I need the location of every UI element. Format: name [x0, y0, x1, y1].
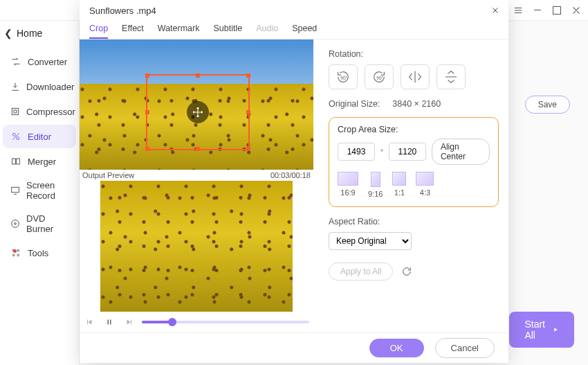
- aspect-ratio-label: Aspect Ratio:: [329, 217, 499, 226]
- output-preview-label: Output Preview: [82, 171, 134, 179]
- tools-icon: [10, 247, 22, 259]
- cancel-button[interactable]: Cancel: [435, 338, 495, 358]
- sidebar-item-dvd-burner[interactable]: DVD Burner: [3, 208, 76, 240]
- svg-rect-12: [87, 320, 88, 325]
- compressor-icon: [10, 105, 21, 118]
- ratio-thumb-icon: [338, 172, 358, 186]
- sidebar-item-tools[interactable]: Tools: [3, 241, 76, 265]
- tab-speed[interactable]: Speed: [292, 21, 317, 39]
- play-icon: [552, 325, 559, 335]
- ratio-presets: 16:9 9:16 1:1 4:3: [338, 172, 490, 198]
- crop-handle-l[interactable]: [145, 110, 149, 114]
- pause-icon[interactable]: [103, 316, 116, 328]
- svg-text:90°: 90°: [376, 75, 383, 80]
- aspect-ratio-select[interactable]: Keep Original: [329, 232, 412, 250]
- svg-rect-13: [108, 320, 109, 325]
- crop-handle-r[interactable]: [246, 110, 250, 114]
- crop-handle-br[interactable]: [246, 147, 250, 151]
- minimize-icon[interactable]: [531, 4, 544, 17]
- sidebar-item-screen-recorder[interactable]: Screen Record: [3, 175, 76, 206]
- tab-watermark[interactable]: Watermark: [158, 21, 200, 39]
- svg-rect-3: [12, 159, 16, 164]
- back-home[interactable]: ❮ Home: [0, 25, 79, 48]
- reset-icon[interactable]: [401, 266, 412, 277]
- svg-point-9: [17, 249, 19, 251]
- crop-handle-t[interactable]: [196, 73, 200, 78]
- multiply-icon: *: [380, 148, 383, 156]
- crop-handle-tl[interactable]: [145, 73, 149, 78]
- crop-area-label: Crop Area Size:: [338, 125, 490, 134]
- original-size-row: Original Size: 3840 × 2160: [329, 99, 499, 109]
- maximize-icon[interactable]: [551, 4, 563, 17]
- ratio-4-3[interactable]: 4:3: [416, 172, 434, 198]
- crop-height-input[interactable]: [389, 143, 426, 161]
- original-size-label: Original Size:: [329, 99, 380, 109]
- dialog-footer: OK Cancel: [80, 332, 508, 363]
- sidebar-item-converter[interactable]: Converter: [3, 50, 76, 73]
- svg-point-2: [17, 137, 19, 140]
- menu-icon[interactable]: [512, 4, 524, 17]
- sidebar-item-editor[interactable]: Editor: [3, 125, 76, 148]
- ratio-16-9[interactable]: 16:9: [338, 172, 358, 198]
- apply-to-all-button[interactable]: Apply to All: [329, 262, 393, 281]
- sidebar-item-downloader[interactable]: Downloader: [3, 75, 76, 98]
- dialog-body: Output Preview 00:03/00:18 Rotation: 90°: [80, 39, 508, 332]
- start-all-button[interactable]: Start All: [509, 312, 574, 348]
- step-back-icon[interactable]: [84, 316, 96, 328]
- tab-crop[interactable]: Crop: [89, 21, 108, 39]
- sidebar: ❮ Home Converter Downloader Compressor E…: [0, 21, 80, 365]
- svg-rect-15: [131, 320, 131, 325]
- sidebar-item-label: Tools: [28, 248, 48, 258]
- rotate-ccw-90-icon[interactable]: 90°: [329, 64, 358, 89]
- crop-width-input[interactable]: [338, 143, 375, 161]
- converter-icon: [10, 55, 22, 68]
- svg-rect-0: [12, 108, 18, 114]
- tab-audio: Audio: [256, 21, 278, 39]
- playbar: [80, 312, 313, 332]
- ratio-1-1[interactable]: 1:1: [392, 172, 406, 198]
- time-display: 00:03/00:18: [270, 171, 311, 179]
- move-icon[interactable]: [187, 101, 209, 123]
- ratio-9-16[interactable]: 9:16: [368, 172, 383, 198]
- apply-row: Apply to All: [329, 262, 499, 281]
- sidebar-item-label: Editor: [28, 132, 51, 142]
- tab-effect[interactable]: Effect: [122, 21, 144, 39]
- sidebar-item-compressor[interactable]: Compressor: [3, 100, 76, 123]
- crop-handle-bl[interactable]: [145, 147, 149, 151]
- sidebar-item-label: Merger: [28, 157, 56, 167]
- screen-recorder-icon: [10, 184, 21, 197]
- svg-rect-5: [12, 187, 19, 192]
- flip-vertical-icon[interactable]: [437, 64, 466, 89]
- right-pane: Save Start All: [512, 21, 588, 365]
- chevron-left-icon: ❮: [4, 28, 12, 39]
- svg-point-6: [12, 220, 19, 228]
- close-icon[interactable]: [570, 4, 582, 17]
- crop-handle-b[interactable]: [196, 147, 200, 151]
- svg-point-7: [15, 223, 17, 225]
- save-button[interactable]: Save: [525, 96, 570, 114]
- output-preview: [100, 181, 293, 312]
- crop-handle-tr[interactable]: [246, 73, 250, 78]
- rotation-buttons: 90° 90°: [329, 64, 499, 89]
- sidebar-item-label: DVD Burner: [26, 213, 69, 234]
- dialog-close-icon[interactable]: [489, 4, 502, 17]
- ok-button[interactable]: OK: [369, 339, 424, 357]
- ratio-label: 4:3: [420, 188, 430, 197]
- step-forward-icon[interactable]: [122, 316, 135, 328]
- svg-rect-14: [110, 320, 111, 325]
- svg-text:90°: 90°: [340, 75, 347, 80]
- downloader-icon: [10, 80, 21, 93]
- svg-point-1: [12, 133, 15, 136]
- source-preview[interactable]: [80, 39, 313, 170]
- rotate-cw-90-icon[interactable]: 90°: [365, 64, 394, 89]
- dialog-title-bar: Sunflowers .mp4: [80, 0, 508, 18]
- ratio-label: 16:9: [340, 188, 355, 197]
- slider-thumb[interactable]: [168, 318, 176, 326]
- align-center-button[interactable]: Align Center: [432, 139, 490, 165]
- timeline-slider[interactable]: [142, 321, 309, 323]
- tab-subtitle[interactable]: Subtitle: [213, 21, 242, 39]
- flip-horizontal-icon[interactable]: [401, 64, 430, 89]
- crop-rectangle[interactable]: [146, 74, 250, 150]
- sidebar-item-merger[interactable]: Merger: [3, 150, 76, 173]
- sidebar-item-label: Converter: [28, 57, 67, 67]
